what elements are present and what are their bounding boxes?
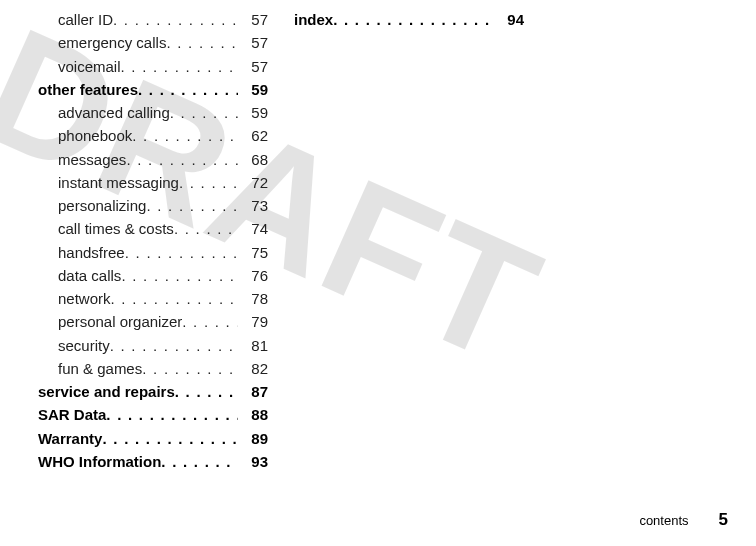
toc-leader-dots [174, 217, 238, 240]
footer-page-number: 5 [719, 510, 728, 530]
toc-page: 93 [238, 450, 268, 473]
toc-leader-dots [102, 427, 238, 450]
toc-label: advanced calling [58, 101, 170, 124]
toc-leader-dots [111, 287, 238, 310]
toc-leader-dots [138, 78, 238, 101]
toc-label: instant messaging [58, 171, 179, 194]
toc-page: 94 [494, 8, 524, 31]
toc-entry: data calls76 [38, 264, 268, 287]
toc-entry: personalizing73 [38, 194, 268, 217]
toc-leader-dots [182, 310, 238, 333]
toc-page: 57 [238, 55, 268, 78]
toc-leader-dots [142, 357, 238, 380]
toc-entry: network78 [38, 287, 268, 310]
toc-page: 75 [238, 241, 268, 264]
toc-label: voicemail [58, 55, 121, 78]
toc-page: 62 [238, 124, 268, 147]
toc-page: 82 [238, 357, 268, 380]
page-footer: contents 5 [639, 510, 728, 530]
toc-column-2: index94 [294, 8, 524, 473]
toc-page: 57 [238, 31, 268, 54]
toc-page: 76 [238, 264, 268, 287]
toc-label: index [294, 8, 333, 31]
toc-entry: WHO Information93 [38, 450, 268, 473]
toc-entry: SAR Data88 [38, 403, 268, 426]
toc-page: 68 [238, 148, 268, 171]
toc-entry: service and repairs87 [38, 380, 268, 403]
toc-label: phonebook [58, 124, 132, 147]
toc-leader-dots [146, 194, 238, 217]
toc-label: SAR Data [38, 403, 106, 426]
toc-leader-dots [121, 264, 238, 287]
toc-page: 78 [238, 287, 268, 310]
toc-page: 59 [238, 101, 268, 124]
toc-leader-dots [110, 334, 238, 357]
toc-leader-dots [170, 101, 238, 124]
toc-leader-dots [333, 8, 494, 31]
toc-entry: handsfree75 [38, 241, 268, 264]
toc-leader-dots [179, 171, 238, 194]
toc-label: call times & costs [58, 217, 174, 240]
toc-entry: emergency calls57 [38, 31, 268, 54]
toc-entry: index94 [294, 8, 524, 31]
toc-label: service and repairs [38, 380, 175, 403]
toc-label: messages [58, 148, 126, 171]
toc-column-1: caller ID57emergency calls57voicemail57o… [38, 8, 268, 473]
toc-label: handsfree [58, 241, 125, 264]
toc-entry: phonebook62 [38, 124, 268, 147]
toc-label: personalizing [58, 194, 146, 217]
toc-label: data calls [58, 264, 121, 287]
toc-leader-dots [106, 403, 238, 426]
toc-page: 73 [238, 194, 268, 217]
toc-leader-dots [175, 380, 238, 403]
toc-label: personal organizer [58, 310, 182, 333]
toc-page: 72 [238, 171, 268, 194]
toc-entry: messages68 [38, 148, 268, 171]
toc-leader-dots [126, 148, 238, 171]
toc-page: 89 [238, 427, 268, 450]
toc-leader-dots [113, 8, 238, 31]
toc-entry: fun & games82 [38, 357, 268, 380]
toc-label: security [58, 334, 110, 357]
toc-entry: Warranty89 [38, 427, 268, 450]
toc-page: 79 [238, 310, 268, 333]
toc-label: fun & games [58, 357, 142, 380]
toc-leader-dots [166, 31, 238, 54]
toc-page: 88 [238, 403, 268, 426]
toc-entry: security81 [38, 334, 268, 357]
toc-entry: personal organizer79 [38, 310, 268, 333]
toc-entry: caller ID57 [38, 8, 268, 31]
toc-page: 59 [238, 78, 268, 101]
toc-entry: other features59 [38, 78, 268, 101]
toc-label: network [58, 287, 111, 310]
toc-page: 74 [238, 217, 268, 240]
toc-leader-dots [125, 241, 238, 264]
toc-leader-dots [161, 450, 238, 473]
toc-page: 81 [238, 334, 268, 357]
toc-leader-dots [121, 55, 238, 78]
toc-entry: voicemail57 [38, 55, 268, 78]
toc-label: WHO Information [38, 450, 161, 473]
toc-entry: instant messaging72 [38, 171, 268, 194]
footer-section: contents [639, 513, 688, 528]
toc-page: 57 [238, 8, 268, 31]
toc-label: emergency calls [58, 31, 166, 54]
toc-page: 87 [238, 380, 268, 403]
toc-leader-dots [132, 124, 238, 147]
toc-label: other features [38, 78, 138, 101]
toc-label: Warranty [38, 427, 102, 450]
toc-entry: advanced calling59 [38, 101, 268, 124]
toc-label: caller ID [58, 8, 113, 31]
toc-entry: call times & costs74 [38, 217, 268, 240]
